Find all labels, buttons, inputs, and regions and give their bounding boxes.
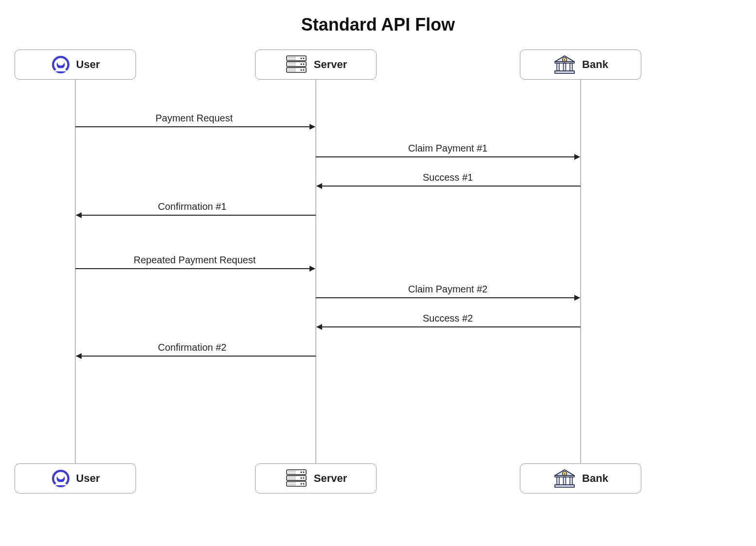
user-icon xyxy=(51,55,70,74)
msg-label-payment-request: Payment Request xyxy=(155,113,233,124)
actor-label-user: User xyxy=(76,58,100,71)
actor-server-bottom: Server xyxy=(255,463,377,494)
msg-label-claim-1: Claim Payment #1 xyxy=(408,143,487,154)
actor-label-bank-b: Bank xyxy=(582,472,608,485)
msg-arrow-confirmation-2 xyxy=(76,356,316,357)
actor-user-top: User xyxy=(15,50,136,80)
actor-server-top: Server xyxy=(255,50,377,80)
msg-label-repeated-request: Repeated Payment Request xyxy=(134,255,256,266)
msg-arrow-success-1 xyxy=(317,186,581,187)
server-icon xyxy=(285,55,308,74)
msg-arrow-success-2 xyxy=(317,326,581,327)
server-icon xyxy=(285,469,308,488)
lifeline-user xyxy=(75,80,76,463)
actor-label-server-b: Server xyxy=(314,472,347,485)
msg-arrow-claim-2 xyxy=(316,297,580,298)
sequence-diagram: User Server Bank User Server Bank Paymen… xyxy=(15,50,741,496)
bank-icon xyxy=(553,469,576,488)
actor-bank-top: Bank xyxy=(520,50,641,80)
bank-icon xyxy=(553,55,576,74)
actor-bank-bottom: Bank xyxy=(520,463,641,494)
msg-label-success-1: Success #1 xyxy=(423,172,473,183)
msg-arrow-repeated-request xyxy=(75,268,315,269)
lifeline-server xyxy=(315,80,316,463)
msg-label-confirmation-2: Confirmation #2 xyxy=(158,342,226,353)
actor-label-bank: Bank xyxy=(582,58,608,71)
msg-label-claim-2: Claim Payment #2 xyxy=(408,284,487,295)
lifeline-bank xyxy=(580,80,581,463)
actor-label-server: Server xyxy=(314,58,347,71)
actor-user-bottom: User xyxy=(15,463,136,494)
diagram-title: Standard API Flow xyxy=(15,15,741,35)
msg-label-confirmation-1: Confirmation #1 xyxy=(158,201,226,212)
msg-label-success-2: Success #2 xyxy=(423,313,473,324)
msg-arrow-payment-request xyxy=(75,126,315,127)
msg-arrow-claim-1 xyxy=(316,156,580,157)
actor-label-user-b: User xyxy=(76,472,100,485)
msg-arrow-confirmation-1 xyxy=(76,215,316,216)
user-icon xyxy=(51,469,70,488)
